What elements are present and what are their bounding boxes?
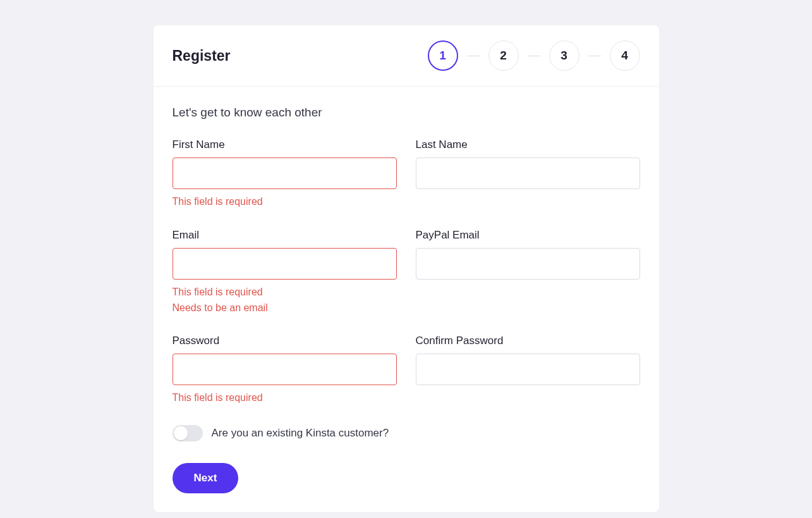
next-button[interactable]: Next — [173, 463, 239, 493]
field-last-name: Last Name — [416, 139, 640, 210]
field-password: Password This field is required — [173, 335, 397, 406]
card-header: Register 1 2 3 4 — [154, 25, 659, 87]
paypal-email-label: PayPal Email — [416, 229, 640, 242]
last-name-label: Last Name — [416, 139, 640, 151]
email-input[interactable] — [173, 248, 397, 280]
existing-customer-toggle[interactable] — [173, 425, 203, 441]
confirm-password-input[interactable] — [416, 354, 640, 385]
step-3[interactable]: 3 — [549, 40, 579, 71]
existing-customer-row: Are you an existing Kinsta customer? — [173, 425, 640, 441]
field-confirm-password: Confirm Password — [416, 335, 640, 406]
email-error-line-2: Needs to be an email — [173, 300, 397, 316]
password-input[interactable] — [173, 354, 397, 385]
last-name-input[interactable] — [416, 157, 640, 189]
first-name-error: This field is required — [173, 194, 397, 210]
card-body: Let's get to know each other First Name … — [154, 87, 659, 512]
email-label: Email — [173, 229, 397, 242]
field-first-name: First Name This field is required — [173, 139, 397, 210]
password-error: This field is required — [173, 390, 397, 406]
step-separator — [528, 56, 540, 56]
step-separator — [467, 56, 480, 56]
subtitle: Let's get to know each other — [173, 106, 640, 120]
email-error: This field is required Needs to be an em… — [173, 285, 397, 316]
step-4[interactable]: 4 — [610, 40, 640, 71]
toggle-knob — [174, 426, 188, 440]
field-paypal-email: PayPal Email — [416, 229, 640, 316]
field-email: Email This field is required Needs to be… — [173, 229, 397, 316]
step-2[interactable]: 2 — [488, 40, 519, 71]
stepper: 1 2 3 4 — [428, 40, 640, 71]
row-password: Password This field is required Confirm … — [173, 335, 640, 406]
page-title: Register — [173, 47, 231, 65]
first-name-label: First Name — [173, 139, 397, 151]
row-name: First Name This field is required Last N… — [173, 139, 640, 210]
existing-customer-label: Are you an existing Kinsta customer? — [212, 427, 389, 440]
register-card: Register 1 2 3 4 Let's get to know each … — [154, 25, 659, 512]
first-name-input[interactable] — [173, 157, 397, 189]
paypal-email-input[interactable] — [416, 248, 640, 280]
password-label: Password — [173, 335, 397, 347]
step-1[interactable]: 1 — [428, 40, 458, 71]
step-separator — [588, 56, 601, 56]
row-email: Email This field is required Needs to be… — [173, 229, 640, 316]
email-error-line-1: This field is required — [173, 285, 397, 300]
confirm-password-label: Confirm Password — [416, 335, 640, 347]
